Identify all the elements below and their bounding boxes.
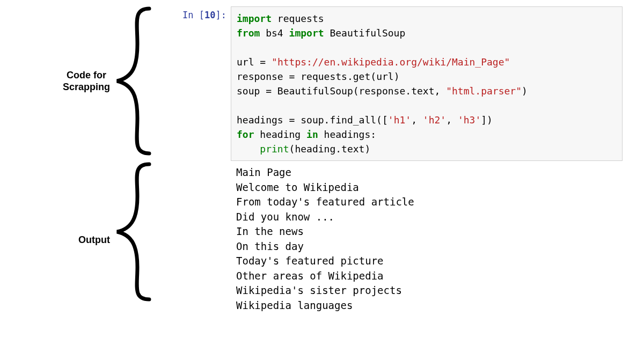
notebook-figure: Code forScrapping In [10]: import reques…: [32, 6, 623, 318]
tok: .: [405, 85, 411, 97]
string-url: "https://en.wikipedia.org/wiki/Main_Page…: [272, 56, 510, 68]
output-line: Wikipedia languages: [236, 299, 353, 311]
tok: headings:: [318, 129, 376, 140]
string-h2: 'h2': [423, 114, 446, 126]
output-line: Wikipedia's sister projects: [236, 284, 402, 296]
tok: soup: [237, 85, 266, 97]
code-label-col: Code forScrapping: [32, 6, 110, 156]
tok: [266, 56, 272, 68]
in-close: ]:: [216, 10, 226, 20]
builtin-print: print: [260, 143, 289, 155]
tok: .: [335, 143, 341, 155]
tok: soup: [295, 114, 324, 126]
output-line: From today's featured article: [236, 196, 414, 208]
tok: text): [341, 143, 370, 155]
tok: text,: [411, 85, 446, 97]
tok: ): [522, 85, 528, 97]
kw-import2: import: [289, 27, 324, 39]
tok: requests: [295, 71, 347, 82]
kw-for: for: [237, 129, 254, 140]
output-brace: [110, 162, 156, 302]
code-label: Code forScrapping: [63, 69, 110, 93]
code-cell-row: In [10]: import requests from bs4 import…: [156, 6, 623, 161]
in-label: In [: [182, 10, 204, 20]
code-content: In [10]: import requests from bs4 import…: [156, 6, 623, 161]
input-prompt: In [10]:: [156, 6, 231, 161]
tok: =: [260, 56, 266, 68]
tok: =: [266, 85, 272, 97]
output-prompt-spacer: [156, 162, 231, 316]
code-cell[interactable]: import requests from bs4 import Beautifu…: [231, 6, 623, 161]
output-line: Other areas of Wikipedia: [236, 270, 384, 282]
kw-import: import: [237, 13, 272, 24]
string-h3: 'h3': [458, 114, 481, 126]
output-label-col: Output: [32, 162, 110, 318]
code-section: Code forScrapping In [10]: import reques…: [32, 6, 623, 161]
tok: BeautifulSoup: [324, 27, 406, 39]
tok: find_all([: [330, 114, 387, 126]
output-section: Output Main Page Welcome to Wikipedia Fr…: [32, 162, 623, 318]
tok: [237, 143, 260, 155]
tok: url: [237, 56, 260, 68]
output-cell: Main Page Welcome to Wikipedia From toda…: [231, 162, 623, 316]
tok: response: [237, 71, 289, 82]
string-parser: "html.parser": [446, 85, 522, 97]
tok: get(url): [353, 71, 400, 82]
prompt-number: 10: [204, 10, 215, 20]
tok: requests: [272, 13, 324, 24]
tok: (heading: [289, 143, 336, 155]
kw-from: from: [237, 27, 260, 39]
kw-in: in: [306, 129, 318, 140]
output-line: Main Page: [236, 166, 291, 178]
curly-brace-icon: [112, 6, 155, 156]
output-line: On this day: [236, 240, 304, 252]
code-brace: [110, 6, 156, 156]
tok: BeautifulSoup(response: [272, 85, 405, 97]
output-line: Did you know ...: [236, 211, 334, 223]
tok: heading: [254, 129, 307, 140]
output-line: In the news: [236, 225, 304, 237]
tok: .: [347, 71, 353, 82]
tok: headings: [237, 114, 289, 126]
tok: ,: [411, 114, 423, 126]
output-label: Output: [78, 234, 110, 246]
output-cell-row: Main Page Welcome to Wikipedia From toda…: [156, 162, 623, 316]
tok: .: [324, 114, 330, 126]
output-content: Main Page Welcome to Wikipedia From toda…: [156, 162, 623, 316]
tok: =: [289, 71, 295, 82]
tok: ,: [446, 114, 458, 126]
curly-brace-icon: [112, 162, 155, 302]
output-line: Today's featured picture: [236, 255, 384, 267]
tok: ]): [481, 114, 493, 126]
tok: =: [289, 114, 295, 126]
tok: bs4: [260, 27, 289, 39]
output-line: Welcome to Wikipedia: [236, 181, 359, 193]
string-h1: 'h1': [388, 114, 411, 126]
